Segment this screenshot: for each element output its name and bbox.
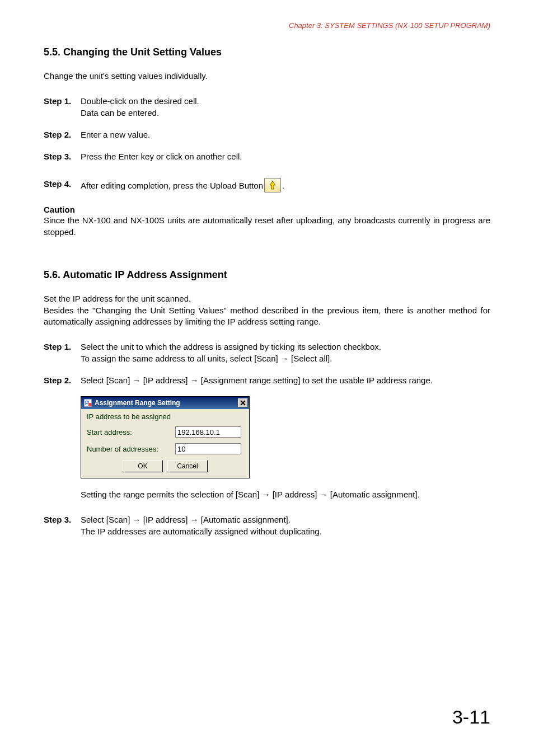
section-56-intro1: Set the IP address for the unit scanned. [44, 293, 490, 304]
step-4: Step 4. After editing completion, press … [44, 178, 490, 192]
dialog-app-icon: P [83, 398, 92, 407]
step-label: Step 1. [44, 95, 81, 107]
step-label: Step 4. [44, 178, 81, 190]
number-addresses-label: Number of addresses: [87, 445, 175, 453]
step-label: Step 2. [44, 129, 81, 140]
start-address-input[interactable] [175, 426, 241, 438]
step-text-before: After editing completion, press the Uplo… [81, 180, 263, 191]
step-text-after: . [282, 180, 284, 191]
start-address-field: Start address: [87, 426, 243, 438]
step-label: Step 3. [44, 514, 81, 525]
step-1: Step 1. Double-click on the desired cell… [44, 95, 490, 119]
assignment-range-dialog: P Assignment Range Setting IP address to… [81, 396, 250, 478]
step-2: Step 2. Enter a new value. [44, 129, 490, 140]
section-heading-55: 5.5. Changing the Unit Setting Values [44, 46, 490, 58]
step-text: Select [Scan] → [IP address] → [Automati… [81, 514, 490, 525]
step-text: Select the unit to which the address is … [81, 341, 490, 353]
step-text: Enter a new value. [81, 129, 490, 140]
dialog-subhead: IP address to be assigned [87, 412, 243, 421]
step-56-2: Step 2. Select [Scan] → [IP address] → [… [44, 374, 490, 386]
caution-text: Since the NX-100 and NX-100S units are a… [44, 214, 490, 238]
dialog-close-button[interactable] [238, 398, 248, 407]
section-56-intro2: Besides the "Changing the Unit Setting V… [44, 305, 490, 328]
step-56-3: Step 3. Select [Scan] → [IP address] → [… [44, 514, 490, 537]
document-page: Chapter 3: SYSTEM SETTINGS (NX-100 SETUP… [0, 0, 534, 537]
svg-rect-2 [88, 403, 92, 406]
step-text: Press the Enter key or click on another … [81, 151, 490, 162]
step-text: Data can be entered. [81, 107, 490, 119]
caution-heading: Caution [44, 205, 490, 214]
section-55-intro: Change the unit's setting values individ… [44, 71, 490, 82]
step-text: To assign the same address to all units,… [81, 353, 490, 364]
cancel-button[interactable]: Cancel [167, 460, 208, 472]
section-heading-56: 5.6. Automatic IP Address Assignment [44, 269, 490, 281]
ok-button[interactable]: OK [123, 460, 163, 472]
svg-text:P: P [85, 400, 89, 406]
step-label: Step 1. [44, 341, 81, 353]
upload-button-icon [264, 178, 281, 192]
step-text: Select [Scan] → [IP address] → [Assignme… [81, 374, 490, 386]
step-text: Double-click on the desired cell. [81, 95, 490, 107]
step-label: Step 3. [44, 151, 81, 162]
chapter-header: Chapter 3: SYSTEM SETTINGS (NX-100 SETUP… [44, 21, 490, 30]
step-56-1: Step 1. Select the unit to which the add… [44, 341, 490, 364]
dialog-body: IP address to be assigned Start address:… [81, 409, 249, 478]
start-address-label: Start address: [87, 428, 175, 436]
step-text: The IP addresses are automatically assig… [81, 525, 490, 537]
step-label: Step 2. [44, 374, 81, 386]
dialog-title: Assignment Range Setting [95, 399, 238, 407]
dialog-titlebar: P Assignment Range Setting [81, 397, 249, 409]
step-3: Step 3. Press the Enter key or click on … [44, 151, 490, 162]
after-dialog-text: Setting the range permits the selection … [81, 489, 490, 500]
page-number: 3-11 [452, 706, 490, 728]
number-addresses-input[interactable] [175, 443, 241, 454]
number-addresses-field: Number of addresses: [87, 443, 243, 454]
